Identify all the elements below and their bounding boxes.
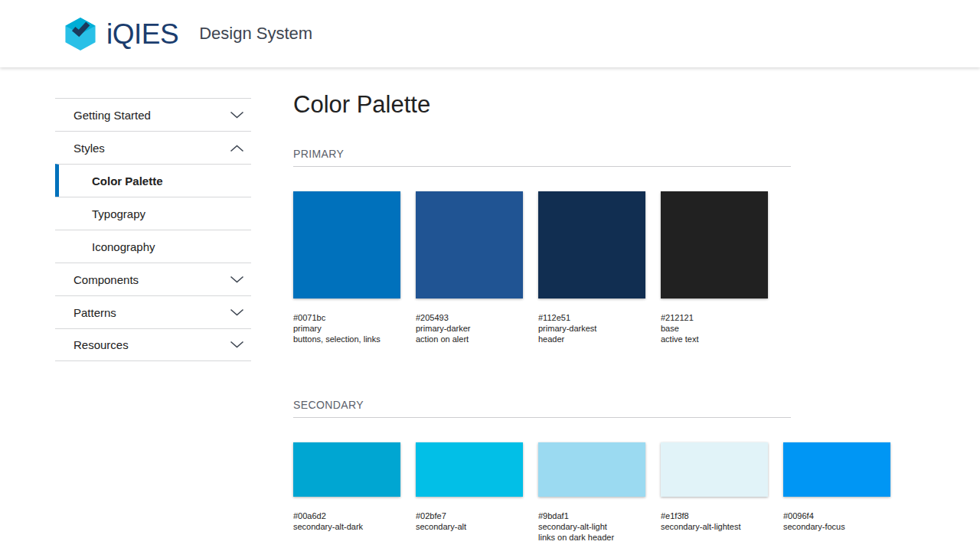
swatch-desc: header	[538, 334, 645, 344]
chevron-down-icon	[230, 111, 244, 119]
swatch-name: secondary-alt-dark	[293, 521, 400, 532]
swatch-name: secondary-focus	[783, 521, 890, 532]
color-chip	[293, 442, 400, 497]
sidebar-item-patterns[interactable]: Patterns	[55, 295, 251, 328]
sidebar-item-getting-started[interactable]: Getting Started	[55, 98, 251, 131]
color-swatch-secondary-focus: #0096f4 secondary-focus	[783, 442, 890, 543]
color-chip	[783, 442, 890, 497]
color-chip	[538, 191, 645, 298]
main-content: Color Palette PRIMARY #0071bc primary bu…	[293, 90, 906, 543]
section-secondary: SECONDARY #00a6d2 secondary-alt-dark #02…	[293, 400, 906, 543]
brand-name: iQIES	[106, 20, 178, 48]
color-swatch-primary: #0071bc primary buttons, selection, link…	[293, 191, 400, 344]
swatch-hex: #02bfe7	[416, 510, 523, 521]
swatch-name: secondary-alt-light	[538, 521, 645, 532]
sidebar-item-label: Resources	[74, 338, 129, 351]
sidebar-item-label: Iconography	[92, 240, 155, 253]
swatch-hex: #e1f3f8	[661, 510, 768, 521]
section-primary: PRIMARY #0071bc primary buttons, selecti…	[293, 148, 906, 344]
swatch-desc: buttons, selection, links	[293, 334, 400, 344]
color-chip	[293, 191, 400, 298]
swatch-desc: links on dark header	[538, 532, 645, 543]
color-swatch-secondary-alt-light: #9bdaf1 secondary-alt-light links on dar…	[538, 442, 645, 543]
color-swatch-secondary-alt: #02bfe7 secondary-alt	[416, 442, 523, 543]
iqies-cube-logo-icon	[64, 17, 96, 51]
sidebar-item-label: Components	[74, 273, 139, 286]
sidebar-item-label: Styles	[74, 142, 105, 155]
swatch-name: primary-darker	[416, 323, 523, 334]
swatch-name: secondary-alt	[416, 521, 523, 532]
swatch-hex: #112e51	[538, 312, 645, 323]
swatch-name: base	[661, 323, 768, 334]
swatch-row-primary: #0071bc primary buttons, selection, link…	[293, 191, 906, 344]
section-heading: PRIMARY	[293, 148, 791, 167]
sidebar-item-label: Getting Started	[74, 109, 151, 122]
swatch-desc: action on alert	[416, 334, 523, 344]
color-chip	[661, 191, 768, 298]
sidebar-item-label: Patterns	[74, 306, 116, 319]
swatch-hex: #00a6d2	[293, 510, 400, 521]
section-heading: SECONDARY	[293, 400, 791, 418]
sidebar-item-label: Color Palette	[92, 175, 163, 188]
color-swatch-base: #212121 base active text	[661, 191, 768, 344]
color-swatch-primary-darker: #205493 primary-darker action on alert	[416, 191, 523, 344]
chevron-down-icon	[230, 308, 244, 317]
sidebar-item-resources[interactable]: Resources	[55, 328, 251, 361]
swatch-hex: #212121	[661, 312, 768, 323]
swatch-hex: #0096f4	[783, 510, 890, 521]
swatch-row-secondary: #00a6d2 secondary-alt-dark #02bfe7 secon…	[293, 442, 906, 543]
swatch-hex: #0071bc	[293, 312, 400, 323]
color-chip	[416, 442, 523, 497]
chevron-down-icon	[230, 276, 244, 284]
sidebar-item-typography[interactable]: Typograpy	[55, 197, 251, 230]
sidebar-item-components[interactable]: Components	[55, 263, 251, 295]
color-chip	[538, 442, 645, 497]
swatch-name: primary-darkest	[538, 323, 645, 334]
color-swatch-primary-darkest: #112e51 primary-darkest header	[538, 191, 645, 344]
brand-subtitle: Design System	[199, 25, 312, 42]
swatch-name: secondary-alt-lightest	[661, 521, 768, 532]
sidebar-item-iconography[interactable]: Iconography	[55, 230, 251, 263]
page-title: Color Palette	[293, 90, 906, 119]
swatch-desc: active text	[661, 334, 768, 344]
sidebar-item-styles[interactable]: Styles	[55, 131, 251, 164]
sidebar-item-label: Typograpy	[92, 207, 145, 220]
swatch-name: primary	[293, 323, 400, 334]
sidebar-item-color-palette[interactable]: Color Palette	[55, 164, 251, 197]
sidebar: Getting Started Styles Color Palette Typ…	[55, 98, 251, 361]
color-chip	[661, 442, 768, 497]
chevron-down-icon	[230, 341, 244, 349]
color-chip	[416, 191, 523, 298]
swatch-hex: #205493	[416, 312, 523, 323]
color-swatch-secondary-alt-dark: #00a6d2 secondary-alt-dark	[293, 442, 400, 543]
color-swatch-secondary-alt-lightest: #e1f3f8 secondary-alt-lightest	[661, 442, 768, 543]
swatch-hex: #9bdaf1	[538, 510, 645, 521]
chevron-up-icon	[230, 144, 244, 152]
app-header: iQIES Design System	[0, 0, 980, 67]
brand-home-link[interactable]: iQIES Design System	[64, 17, 312, 51]
